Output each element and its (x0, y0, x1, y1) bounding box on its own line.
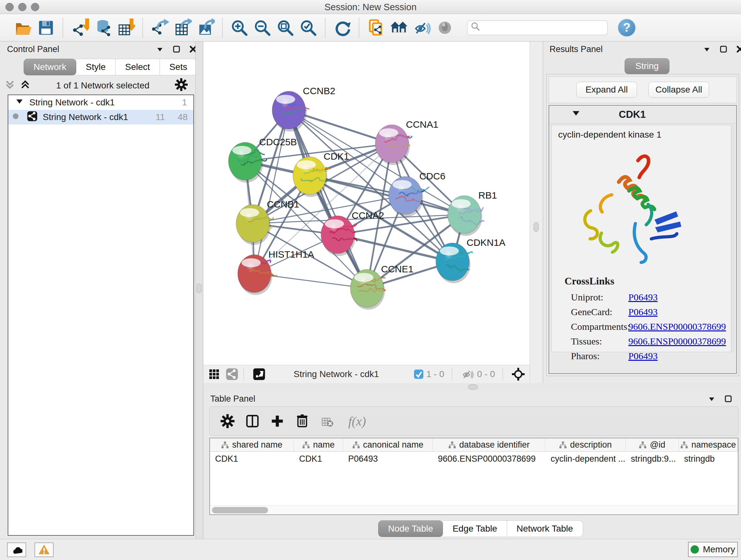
export-network-button[interactable] (148, 16, 171, 39)
crosslink-value-link[interactable]: P06493 (628, 292, 658, 303)
cell-shared-name[interactable]: CDK1 (210, 454, 294, 464)
table-panel-splitter[interactable] (203, 383, 741, 391)
table-panel-collapse-icon[interactable] (708, 395, 716, 405)
network-canvas[interactable]: CCNB2CCNA1CDC25BCDK1CDC6RB1CCNB1CCNA2CDK… (203, 42, 530, 365)
node-CDK1[interactable]: CDK1 (293, 151, 349, 197)
control-panel-float-icon[interactable] (172, 45, 181, 56)
window-zoom-button[interactable] (31, 3, 39, 11)
network-tree-row[interactable]: String Network - cdk11 (8, 95, 193, 110)
crosslink-value-link[interactable]: 9606.ENSP00000378699 (628, 321, 726, 332)
tab-network-table[interactable]: Network Table (507, 520, 583, 537)
save-session-button[interactable] (35, 16, 57, 39)
crosslink-value-link[interactable]: 9606.ENSP00000378699 (628, 336, 726, 347)
scrollbar-thumb[interactable] (212, 507, 268, 513)
warnings-button[interactable] (35, 543, 54, 557)
results-panel-close-icon[interactable] (736, 45, 741, 56)
cloud-status-button[interactable] (7, 543, 26, 557)
tab-select[interactable]: Select (116, 59, 160, 75)
add-column-button[interactable] (267, 411, 287, 431)
node-label-CDKN1A: CDKN1A (467, 237, 506, 248)
show-all-button[interactable] (433, 16, 456, 39)
crosslink-label: Pharos: (571, 351, 628, 361)
results-panel-collapse-icon[interactable] (703, 45, 711, 56)
refresh-button[interactable] (331, 16, 354, 39)
table-settings-button[interactable] (217, 411, 238, 431)
delete-table-button[interactable] (317, 411, 337, 431)
tab-string[interactable]: String (624, 58, 670, 74)
search-input[interactable] (483, 23, 604, 33)
splitter-handle[interactable] (197, 284, 202, 293)
results-panel-splitter[interactable] (530, 42, 543, 383)
column-header-@id[interactable]: @id (626, 438, 679, 451)
column-header-description[interactable]: description (545, 438, 625, 451)
column-header-canonical-name[interactable]: canonical name (343, 438, 433, 451)
control-panel-splitter[interactable] (195, 42, 203, 539)
node-CDKN1A[interactable]: CDKN1A (436, 237, 506, 283)
table-panel-float-icon[interactable] (724, 395, 732, 405)
import-table-button[interactable] (114, 16, 137, 39)
birds-eye-view-icon[interactable] (252, 367, 266, 381)
expand-all-networks-icon[interactable] (20, 78, 30, 93)
table-horizontal-scrollbar[interactable] (210, 505, 738, 514)
node-RB1[interactable]: RB1 (448, 190, 497, 236)
cell-@id[interactable]: stringdb:9... (626, 454, 679, 464)
column-header-database-identifier[interactable]: database identifier (433, 438, 545, 451)
open-session-button[interactable] (11, 16, 35, 39)
zoom-out-button[interactable] (251, 16, 274, 39)
zoom-fit-button[interactable] (274, 16, 297, 39)
string-network-icon[interactable] (225, 367, 239, 381)
cell-name[interactable]: CDK1 (294, 454, 343, 464)
cell-canonical-name[interactable]: P06493 (343, 454, 433, 464)
zoom-in-button[interactable] (228, 16, 251, 39)
node-CDC6[interactable]: CDC6 (389, 171, 446, 217)
splitter-handle[interactable] (534, 222, 539, 232)
splitter-handle[interactable] (468, 384, 478, 389)
window-close-button[interactable] (5, 3, 14, 11)
column-header-shared-name[interactable]: shared name (210, 438, 294, 451)
grid-view-icon[interactable] (207, 367, 221, 381)
collapse-triangle-icon[interactable] (571, 109, 581, 120)
cell-database-identifier[interactable]: 9606.ENSP00000378699 (433, 454, 545, 464)
collapse-all-button[interactable]: Collapse All (649, 82, 709, 98)
gene-section-header[interactable]: CDK1 (549, 106, 736, 124)
column-header-namespace[interactable]: namespace (679, 438, 738, 451)
results-scrollbar[interactable] (731, 125, 735, 352)
export-table-button[interactable] (171, 16, 194, 39)
expand-all-button[interactable]: Expand All (576, 82, 637, 98)
clone-network-button[interactable] (364, 16, 387, 39)
control-panel-collapse-icon[interactable] (156, 45, 164, 56)
edge-CCNB2-CCNE1[interactable] (289, 110, 367, 288)
tab-network[interactable]: Network (23, 59, 76, 75)
tab-style[interactable]: Style (76, 59, 116, 75)
results-panel-float-icon[interactable] (719, 45, 728, 56)
import-database-button[interactable] (91, 16, 114, 39)
zoom-selected-button[interactable] (297, 16, 320, 39)
tab-node-table[interactable]: Node Table (378, 520, 443, 537)
window-minimize-button[interactable] (18, 3, 26, 11)
delete-column-button[interactable] (292, 411, 313, 431)
home-button[interactable] (387, 16, 410, 39)
memory-button[interactable]: Memory (688, 542, 738, 557)
crosslink-value-link[interactable]: P06493 (628, 351, 658, 361)
network-tree-row[interactable]: String Network - cdk11148 (8, 110, 193, 125)
node-HIST1H1A[interactable]: HIST1H1A (238, 249, 314, 295)
export-image-button[interactable] (194, 16, 217, 39)
expander-triangle-icon[interactable] (15, 98, 23, 108)
crosslink-value-link[interactable]: P06493 (628, 307, 658, 317)
function-builder-button[interactable]: f(x) (342, 411, 373, 431)
column-header-name[interactable]: name (294, 438, 343, 451)
help-button[interactable]: ? (618, 19, 636, 37)
table-row[interactable]: CDK1CDK1P064939606.ENSP00000378699cyclin… (210, 452, 738, 466)
import-network-button[interactable] (68, 16, 91, 39)
tab-edge-table[interactable]: Edge Table (443, 520, 507, 537)
tab-sets[interactable]: Sets (160, 59, 197, 75)
fit-selected-crosshair-icon[interactable] (511, 367, 525, 381)
hidden-eye-icon[interactable] (461, 367, 475, 381)
collapse-all-networks-icon[interactable] (4, 78, 15, 93)
network-options-gear-icon[interactable] (175, 78, 188, 93)
show-columns-button[interactable] (242, 411, 263, 431)
hide-selected-button[interactable] (410, 16, 433, 39)
cell-namespace[interactable]: stringdb (679, 454, 738, 464)
selected-checkbox[interactable] (414, 369, 424, 379)
cell-description[interactable]: cyclin-dependent ... (545, 454, 625, 464)
